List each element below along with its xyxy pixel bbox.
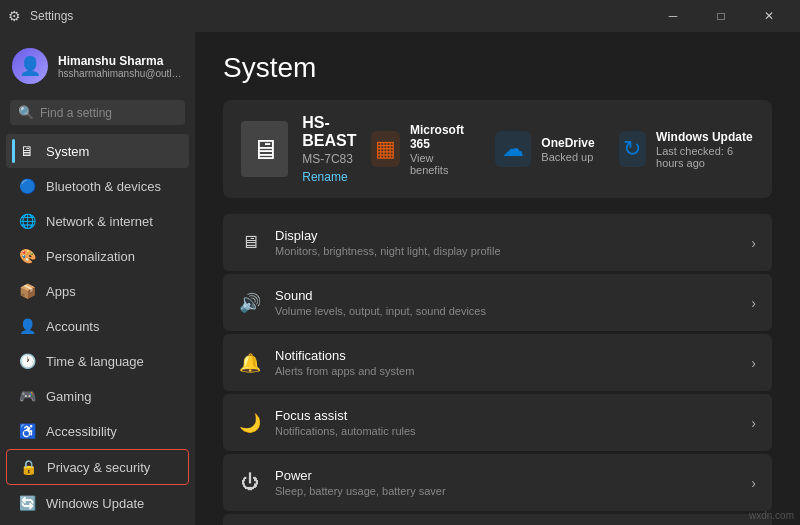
user-profile[interactable]: 👤 Himanshu Sharma hssharmahimanshu@outlo…: [0, 32, 195, 96]
personalization-icon: 🎨: [18, 247, 36, 265]
sidebar-item-windows-update[interactable]: 🔄 Windows Update: [6, 486, 189, 520]
sidebar-item-label: Apps: [46, 284, 76, 299]
sound-subtitle: Volume levels, output, input, sound devi…: [275, 305, 737, 317]
focus-assist-subtitle: Notifications, automatic rules: [275, 425, 737, 437]
onedrive-icon: ☁: [495, 131, 531, 167]
watermark: wxdn.com: [749, 510, 794, 521]
notifications-subtitle: Alerts from apps and system: [275, 365, 737, 377]
apps-icon: 📦: [18, 282, 36, 300]
sound-title: Sound: [275, 288, 737, 303]
onedrive-text: OneDrive Backed up: [541, 136, 594, 163]
settings-list: 🖥 Display Monitors, brightness, night li…: [195, 214, 800, 525]
settings-item-sound[interactable]: 🔊 Sound Volume levels, output, input, so…: [223, 274, 772, 331]
sidebar-item-gaming[interactable]: 🎮 Gaming: [6, 379, 189, 413]
display-chevron: ›: [751, 235, 756, 251]
microsoft365-icon: ▦: [371, 131, 400, 167]
display-icon: 🖥: [239, 232, 261, 254]
windows-update-icon: 🔄: [18, 494, 36, 512]
app-container: 👤 Himanshu Sharma hssharmahimanshu@outlo…: [0, 32, 800, 525]
quick-link-windows-update[interactable]: ↻ Windows Update Last checked: 6 hours a…: [619, 123, 754, 176]
maximize-button[interactable]: □: [698, 0, 744, 32]
microsoft365-text: Microsoft 365 View benefits: [410, 123, 471, 176]
display-subtitle: Monitors, brightness, night light, displ…: [275, 245, 737, 257]
sound-icon: 🔊: [239, 292, 261, 314]
settings-item-notifications[interactable]: 🔔 Notifications Alerts from apps and sys…: [223, 334, 772, 391]
sidebar-item-bluetooth[interactable]: 🔵 Bluetooth & devices: [6, 169, 189, 203]
titlebar-title: Settings: [30, 9, 73, 23]
notifications-chevron: ›: [751, 355, 756, 371]
windows-update-text: Windows Update Last checked: 6 hours ago: [656, 130, 754, 169]
notifications-icon: 🔔: [239, 352, 261, 374]
onedrive-subtitle: Backed up: [541, 151, 594, 163]
sidebar-item-system[interactable]: 🖥 System: [6, 134, 189, 168]
display-title: Display: [275, 228, 737, 243]
avatar: 👤: [12, 48, 48, 84]
sidebar-item-time[interactable]: 🕐 Time & language: [6, 344, 189, 378]
sidebar-item-accessibility[interactable]: ♿ Accessibility: [6, 414, 189, 448]
sidebar-item-label: Bluetooth & devices: [46, 179, 161, 194]
sound-chevron: ›: [751, 295, 756, 311]
sidebar-item-personalization[interactable]: 🎨 Personalization: [6, 239, 189, 273]
minimize-button[interactable]: ─: [650, 0, 696, 32]
sidebar-item-label: Accessibility: [46, 424, 117, 439]
focus-assist-text: Focus assist Notifications, automatic ru…: [275, 408, 737, 437]
user-info: Himanshu Sharma hssharmahimanshu@outlook…: [58, 54, 183, 79]
sidebar-item-label: Accounts: [46, 319, 99, 334]
windows-update-title: Windows Update: [656, 130, 754, 144]
sidebar-item-accounts[interactable]: 👤 Accounts: [6, 309, 189, 343]
sidebar-item-label: Personalization: [46, 249, 135, 264]
sidebar-item-label: System: [46, 144, 89, 159]
computer-details: HS-BEAST MS-7C83 Rename: [302, 114, 371, 184]
sidebar-item-apps[interactable]: 📦 Apps: [6, 274, 189, 308]
computer-image-icon: 🖥: [241, 121, 288, 177]
sidebar-item-label: Privacy & security: [47, 460, 150, 475]
power-title: Power: [275, 468, 737, 483]
power-chevron: ›: [751, 475, 756, 491]
sidebar-item-label: Network & internet: [46, 214, 153, 229]
computer-model: MS-7C83: [302, 152, 371, 166]
windows-update-subtitle: Last checked: 6 hours ago: [656, 145, 754, 169]
notifications-title: Notifications: [275, 348, 737, 363]
power-icon: ⏻: [239, 472, 261, 494]
time-icon: 🕐: [18, 352, 36, 370]
sidebar-item-network[interactable]: 🌐 Network & internet: [6, 204, 189, 238]
sidebar-item-privacy[interactable]: 🔒 Privacy & security: [6, 449, 189, 485]
privacy-icon: 🔒: [19, 458, 37, 476]
sidebar-item-label: Windows Update: [46, 496, 144, 511]
sidebar-item-label: Time & language: [46, 354, 144, 369]
accounts-icon: 👤: [18, 317, 36, 335]
titlebar-left: ⚙ Settings: [8, 8, 73, 24]
focus-assist-icon: 🌙: [239, 412, 261, 434]
settings-item-storage[interactable]: 💾 Storage Storage space, drives, configu…: [223, 514, 772, 525]
search-input[interactable]: [40, 106, 177, 120]
power-text: Power Sleep, battery usage, battery save…: [275, 468, 737, 497]
sound-text: Sound Volume levels, output, input, soun…: [275, 288, 737, 317]
display-text: Display Monitors, brightness, night ligh…: [275, 228, 737, 257]
notifications-text: Notifications Alerts from apps and syste…: [275, 348, 737, 377]
settings-item-focus-assist[interactable]: 🌙 Focus assist Notifications, automatic …: [223, 394, 772, 451]
focus-assist-chevron: ›: [751, 415, 756, 431]
nav-items: 🖥 System 🔵 Bluetooth & devices 🌐 Network…: [0, 133, 195, 521]
microsoft365-subtitle: View benefits: [410, 152, 471, 176]
bluetooth-icon: 🔵: [18, 177, 36, 195]
settings-app-icon: ⚙: [8, 8, 24, 24]
sidebar-item-label: Gaming: [46, 389, 92, 404]
page-title: System: [223, 52, 772, 84]
search-box[interactable]: 🔍: [10, 100, 185, 125]
titlebar: ⚙ Settings ─ □ ✕: [0, 0, 800, 32]
system-header: System: [195, 32, 800, 100]
computer-name: HS-BEAST: [302, 114, 371, 150]
titlebar-controls: ─ □ ✕: [650, 0, 792, 32]
quick-link-microsoft365[interactable]: ▦ Microsoft 365 View benefits: [371, 123, 471, 176]
search-icon: 🔍: [18, 105, 34, 120]
network-icon: 🌐: [18, 212, 36, 230]
system-icon: 🖥: [18, 142, 36, 160]
computer-card: 🖥 HS-BEAST MS-7C83 Rename ▦ Microsoft 36…: [223, 100, 772, 198]
close-button[interactable]: ✕: [746, 0, 792, 32]
computer-rename-link[interactable]: Rename: [302, 170, 371, 184]
quick-link-onedrive[interactable]: ☁ OneDrive Backed up: [495, 123, 594, 176]
settings-item-display[interactable]: 🖥 Display Monitors, brightness, night li…: [223, 214, 772, 271]
power-subtitle: Sleep, battery usage, battery saver: [275, 485, 737, 497]
sidebar: 👤 Himanshu Sharma hssharmahimanshu@outlo…: [0, 32, 195, 525]
settings-item-power[interactable]: ⏻ Power Sleep, battery usage, battery sa…: [223, 454, 772, 511]
